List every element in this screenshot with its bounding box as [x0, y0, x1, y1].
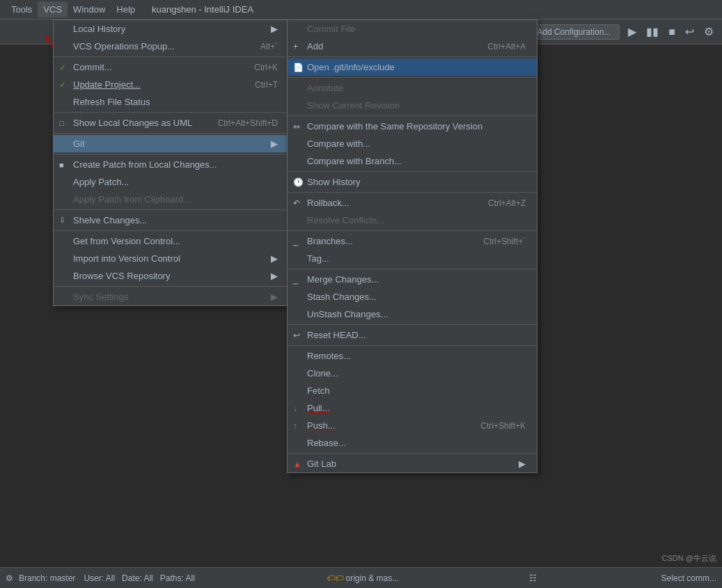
tag-label: Tag... — [307, 253, 329, 264]
git-pull[interactable]: ↓ Pull... — [288, 399, 537, 417]
vcs-shelve[interactable]: ⇩ Shelve Changes... — [54, 212, 289, 229]
vcs-ops-popup[interactable]: VCS Operations Popup... Alt+` — [54, 38, 289, 55]
rollback-icon: ↶ — [293, 198, 300, 208]
status-bar: ⚙ Branch: master User: All Date: All Pat… — [0, 567, 722, 588]
git-gitlab[interactable]: ▲ Git Lab ▶ — [288, 455, 537, 472]
unstash-label: UnStash Changes... — [307, 309, 388, 319]
vcs-create-patch[interactable]: ■ Create Patch from Local Changes... — [54, 156, 289, 173]
app-title: kuangshen - IntelliJ IDEA — [152, 4, 253, 15]
git-tag[interactable]: Tag... — [288, 250, 537, 267]
git-compare-with[interactable]: Compare with... — [288, 135, 537, 152]
git-rollback[interactable]: ↶ Rollback... Ctrl+Alt+Z — [288, 194, 537, 212]
git-sep1 — [288, 56, 537, 57]
compare-same-label: Compare with the Same Repository Version — [307, 121, 482, 132]
gitlab-arrow: ▶ — [519, 459, 526, 469]
vcs-apply-patch[interactable]: Apply Patch... — [54, 173, 289, 191]
add-config-button[interactable]: Add Configuration... — [528, 24, 620, 40]
run-icon[interactable]: ▶ — [625, 24, 639, 40]
git-clone[interactable]: Clone... — [288, 365, 537, 382]
git-merge[interactable]: ⎯ Merge Changes... — [288, 271, 537, 288]
git-fetch[interactable]: Fetch — [288, 382, 537, 399]
git-rebase[interactable]: Rebase... — [288, 434, 537, 452]
debug-icon[interactable]: ▮▮ — [643, 24, 661, 40]
vcs-update-project[interactable]: ✓ Update Project... Ctrl+T — [54, 76, 289, 93]
git-sep7 — [288, 269, 537, 269]
git-sep5 — [288, 192, 537, 193]
sep5 — [54, 209, 289, 210]
git-compare-branch[interactable]: Compare with Branch... — [288, 152, 537, 170]
git-sep8 — [288, 324, 537, 325]
git-stash[interactable]: Stash Changes... — [288, 288, 537, 305]
stop-icon[interactable]: ■ — [666, 24, 678, 40]
status-paths[interactable]: Paths: All — [160, 573, 195, 583]
import-vcs-label: Import into Version Control — [73, 253, 180, 264]
status-gear-icon[interactable]: ⚙ — [6, 573, 13, 583]
sep3 — [54, 133, 289, 134]
status-grid-icon[interactable]: ☷ — [529, 573, 537, 583]
apply-patch-label: Apply Patch... — [73, 177, 129, 187]
merge-label: Merge Changes... — [307, 274, 379, 285]
sep4 — [54, 154, 289, 154]
vcs-import[interactable]: Import into Version Control ▶ — [54, 250, 289, 267]
git-remotes[interactable]: Remotes... — [288, 347, 537, 365]
git-reset-head[interactable]: ↩ Reset HEAD... — [288, 326, 537, 344]
show-revision-label: Show Current Revision — [307, 100, 400, 111]
compare-with-label: Compare with... — [307, 138, 370, 149]
vcs-get[interactable]: Get from Version Control... — [54, 232, 289, 250]
git-sep2 — [288, 77, 537, 78]
git-push[interactable]: ↑ Push... Ctrl+Shift+K — [288, 417, 537, 434]
vcs-refresh[interactable]: Refresh File Status — [54, 93, 289, 111]
git-open-exclude[interactable]: 📄 Open .git/info/exclude — [288, 58, 537, 76]
local-history-arrow: ▶ — [271, 24, 278, 34]
git-sep6 — [288, 230, 537, 231]
vcs-apply-patch-clipboard: Apply Patch from Clipboard... — [54, 191, 289, 208]
status-date[interactable]: Date: All — [122, 573, 153, 583]
local-history-label: Local History — [73, 24, 125, 34]
create-patch-label: Create Patch from Local Changes... — [73, 159, 217, 170]
browse-vcs-label: Browse VCS Repository — [73, 271, 170, 281]
select-commit-label: Select comm... — [661, 573, 716, 583]
gitlab-label: Git Lab — [307, 459, 336, 469]
status-branch[interactable]: Branch: master — [19, 573, 75, 583]
show-uml-label: Show Local Changes as UML — [73, 118, 192, 128]
vcs-ops-shortcut: Alt+` — [260, 42, 278, 51]
menu-tools[interactable]: Tools — [6, 1, 38, 17]
git-submenu: Commit File + Add Ctrl+Alt+A 📄 Open .git… — [287, 19, 537, 473]
git-branches[interactable]: ⎯ Branches... Ctrl+Shift+` — [288, 232, 537, 250]
pull-arrow-icon: ↓ — [293, 404, 297, 413]
git-compare-same[interactable]: ⇔ Compare with the Same Repository Versi… — [288, 118, 537, 135]
status-user[interactable]: User: All — [84, 573, 115, 583]
sep6 — [54, 230, 289, 231]
stash-label: Stash Changes... — [307, 292, 377, 302]
update-icon[interactable]: ↩ — [682, 24, 697, 40]
vcs-sync: Sync Settings ▶ — [54, 288, 289, 305]
vcs-git[interactable]: Git ▶ — [54, 135, 289, 152]
branches-icon: ⎯ — [293, 237, 298, 246]
history-icon: 🕐 — [293, 177, 304, 187]
menu-vcs[interactable]: VCS — [38, 1, 68, 17]
update-shortcut: Ctrl+T — [255, 80, 278, 90]
git-add[interactable]: + Add Ctrl+Alt+A — [288, 38, 537, 55]
vcs-browse[interactable]: Browse VCS Repository ▶ — [54, 267, 289, 285]
clone-label: Clone... — [307, 368, 338, 379]
pull-label: Pull... — [307, 403, 330, 413]
commit-shortcut: Ctrl+K — [254, 63, 278, 72]
menu-window[interactable]: Window — [68, 1, 111, 17]
merge-icon: ⎯ — [293, 275, 298, 285]
vcs-commit[interactable]: ✓ Commit... Ctrl+K — [54, 58, 289, 76]
sep7 — [54, 286, 289, 287]
git-sep4 — [288, 171, 537, 172]
reset-head-label: Reset HEAD... — [307, 330, 366, 340]
vcs-local-history[interactable]: Local History ▶ — [54, 20, 289, 38]
sep2 — [54, 112, 289, 113]
git-show-history[interactable]: 🕐 Show History — [288, 173, 537, 191]
git-commit-file: Commit File — [288, 20, 537, 38]
git-unstash[interactable]: UnStash Changes... — [288, 305, 537, 323]
browse-arrow: ▶ — [271, 271, 278, 281]
remotes-label: Remotes... — [307, 351, 351, 361]
settings-icon[interactable]: ⚙ — [701, 24, 716, 40]
origin-label: origin & mas... — [346, 573, 400, 583]
vcs-show-uml[interactable]: □ Show Local Changes as UML Ctrl+Alt+Shi… — [54, 114, 289, 132]
menu-help[interactable]: Help — [111, 1, 141, 17]
reset-icon: ↩ — [293, 331, 300, 340]
